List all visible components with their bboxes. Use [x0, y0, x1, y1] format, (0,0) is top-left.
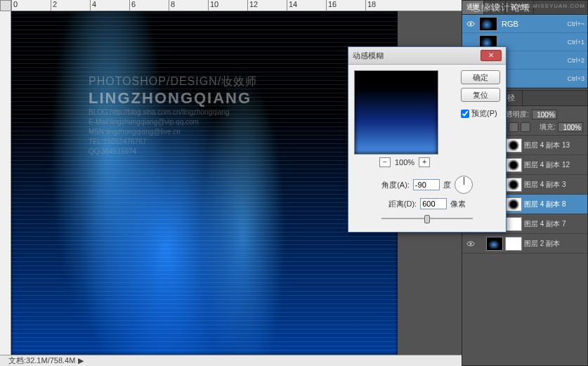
preview-checkbox-label[interactable]: 预览(P) [461, 108, 500, 119]
channel-shortcut: Ctrl+1 [568, 39, 584, 46]
zoom-level: 100% [395, 158, 414, 166]
ruler-origin[interactable] [0, 0, 11, 11]
layer-thumb [486, 237, 503, 251]
angle-unit: 度 [443, 180, 451, 190]
close-button[interactable]: ✕ [481, 50, 502, 61]
lock-position-icon[interactable] [509, 122, 518, 132]
opacity-input[interactable] [532, 110, 557, 119]
tab-histogram[interactable]: 直方图 [506, 1, 534, 14]
tab-channels[interactable]: 通道 [462, 1, 484, 14]
eye-icon[interactable] [465, 37, 476, 47]
layer-row[interactable]: 图层 2 副本 [462, 234, 587, 254]
zoom-out-button[interactable]: − [379, 157, 391, 167]
channel-row-rgb[interactable]: RGB Ctrl+~ [462, 15, 587, 33]
channel-shortcut: Ctrl+~ [567, 20, 584, 27]
preview-checkbox[interactable] [461, 110, 469, 118]
eye-icon[interactable] [465, 239, 476, 249]
svg-point-13 [470, 242, 472, 244]
layer-name: 图层 4 副本 12 [524, 160, 570, 170]
channel-shortcut: Ctrl+2 [568, 57, 584, 64]
document-canvas[interactable]: PHOTOSHOP/DESIGN/妆效师 LINGZHONGQIANG BLOG… [11, 11, 398, 355]
dialog-title: 动感模糊 [353, 51, 481, 61]
mask-thumb [505, 138, 522, 152]
status-flyout-icon[interactable]: ▶ [78, 356, 84, 365]
ruler-vertical[interactable] [0, 11, 11, 355]
angle-label: 角度(A): [381, 180, 410, 190]
mask-thumb [505, 178, 522, 192]
slider-thumb[interactable] [424, 215, 430, 223]
artwork-streaks [11, 11, 398, 355]
status-bar: 文档:32.1M/758.4M ▶ [0, 355, 462, 366]
distance-unit: 像素 [450, 199, 466, 209]
mask-thumb [505, 158, 522, 172]
mask-thumb [505, 197, 522, 211]
layer-name: 图层 4 副本 7 [524, 219, 566, 229]
angle-input[interactable] [413, 179, 440, 190]
artwork-credit-text: PHOTOSHOP/DESIGN/妆效师 LINGZHONGQIANG BLOG… [89, 74, 391, 157]
distance-label: 距离(D): [388, 199, 417, 209]
motion-blur-dialog: 动感模糊 ✕ − 100% + 确定 复位 预览(P) 角度(A): 度 [348, 46, 507, 233]
tab-info[interactable]: 信息 [484, 1, 506, 14]
eye-icon[interactable] [465, 19, 476, 29]
doc-size-label: 文档:32.1M/758.4M [8, 355, 75, 366]
channel-thumb [479, 17, 497, 31]
distance-input[interactable] [420, 198, 447, 209]
svg-point-1 [470, 22, 472, 25]
fill-input[interactable] [558, 122, 583, 132]
layer-name: 图层 4 副本 8 [524, 200, 566, 209]
channels-panel-tabs: 通道 信息 直方图 [462, 1, 587, 15]
dialog-titlebar[interactable]: 动感模糊 ✕ [348, 47, 506, 65]
ok-button[interactable]: 确定 [461, 70, 500, 84]
layer-name: 图层 4 副本 13 [524, 140, 570, 150]
mask-thumb [505, 217, 522, 231]
lock-all-icon[interactable] [521, 122, 530, 132]
reset-button[interactable]: 复位 [461, 88, 500, 102]
layer-name: 图层 2 副本 [524, 239, 560, 249]
channel-name: RGB [502, 20, 567, 28]
mask-thumb [505, 237, 522, 251]
preview-box[interactable] [354, 70, 438, 155]
zoom-in-button[interactable]: + [419, 157, 430, 167]
fill-label: 填充: [540, 122, 556, 132]
ruler-horizontal[interactable]: 024681012141618 [11, 0, 462, 11]
angle-dial[interactable] [455, 176, 473, 194]
layer-name: 图层 4 副本 3 [524, 180, 566, 190]
channel-shortcut: Ctrl+3 [568, 75, 584, 82]
distance-slider[interactable] [381, 214, 473, 223]
